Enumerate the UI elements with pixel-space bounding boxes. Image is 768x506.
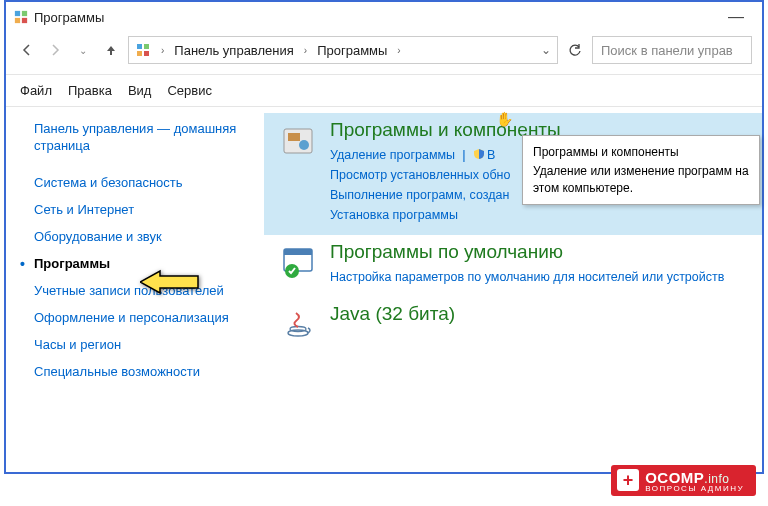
breadcrumb-section[interactable]: Программы bbox=[317, 43, 387, 58]
app-icon bbox=[14, 10, 28, 24]
default-programs-icon bbox=[280, 245, 316, 281]
tooltip-body: Удаление или изменение программ на этом … bbox=[533, 163, 749, 197]
menu-view[interactable]: Вид bbox=[128, 83, 152, 98]
window-title: Программы bbox=[34, 10, 718, 25]
sidebar-item[interactable]: Часы и регион bbox=[34, 331, 254, 358]
search-input[interactable]: Поиск в панели управ bbox=[592, 36, 752, 64]
search-placeholder: Поиск в панели управ bbox=[601, 43, 733, 58]
link-uninstall-program[interactable]: Удаление программы bbox=[330, 148, 455, 162]
svg-rect-12 bbox=[284, 249, 312, 255]
menu-edit[interactable]: Правка bbox=[68, 83, 112, 98]
back-button[interactable] bbox=[16, 39, 38, 61]
svg-rect-5 bbox=[144, 44, 149, 49]
main-content: Программы и компоненты Удаление программ… bbox=[264, 107, 762, 479]
control-panel-window: Программы — ⌄ › Панель управления › Прог… bbox=[4, 0, 764, 474]
chevron-right-icon[interactable]: › bbox=[161, 45, 164, 56]
cursor-icon: ✋ bbox=[496, 111, 513, 127]
svg-rect-3 bbox=[22, 18, 27, 23]
shield-icon bbox=[473, 148, 485, 163]
svg-rect-9 bbox=[288, 133, 300, 141]
sidebar-item[interactable]: Оформление и персонализация bbox=[34, 304, 254, 331]
address-dropdown[interactable]: ⌄ bbox=[541, 43, 551, 57]
forward-button[interactable] bbox=[44, 39, 66, 61]
titlebar: Программы — bbox=[6, 2, 762, 32]
sidebar-item[interactable]: Специальные возможности bbox=[34, 358, 254, 385]
sidebar-item[interactable]: Оборудование и звук bbox=[34, 223, 254, 250]
sidebar-home-link[interactable]: Панель управления — домашняя страница bbox=[34, 121, 254, 155]
default-programs-heading[interactable]: Программы по умолчанию bbox=[330, 241, 744, 263]
svg-rect-2 bbox=[15, 18, 20, 23]
watermark: + OCOMP.info ВОПРОСЫ АДМИНУ bbox=[611, 465, 756, 496]
minimize-button[interactable]: — bbox=[718, 8, 754, 26]
breadcrumb-root[interactable]: Панель управления bbox=[174, 43, 293, 58]
menubar: Файл Правка Вид Сервис bbox=[6, 75, 762, 107]
address-bar: ⌄ › Панель управления › Программы › ⌄ По… bbox=[6, 32, 762, 75]
link-windows-features[interactable]: В bbox=[487, 148, 495, 162]
plus-icon: + bbox=[617, 469, 639, 491]
link-default-programs-settings[interactable]: Настройка параметров по умолчанию для но… bbox=[330, 267, 744, 287]
java-heading[interactable]: Java (32 бита) bbox=[330, 303, 744, 325]
svg-point-10 bbox=[299, 140, 309, 150]
breadcrumb-box[interactable]: › Панель управления › Программы › ⌄ bbox=[128, 36, 558, 64]
sidebar: Панель управления — домашняя страница Си… bbox=[6, 107, 264, 479]
svg-rect-6 bbox=[137, 51, 142, 56]
java-icon bbox=[280, 307, 316, 343]
annotation-arrow bbox=[140, 269, 200, 298]
link-install-program[interactable]: Установка программы bbox=[330, 205, 744, 225]
chevron-right-icon[interactable]: › bbox=[397, 45, 400, 56]
watermark-sub: ВОПРОСЫ АДМИНУ bbox=[645, 485, 744, 493]
category-default-programs: Программы по умолчанию Настройка парамет… bbox=[264, 235, 762, 297]
sidebar-item[interactable]: Сеть и Интернет bbox=[34, 196, 254, 223]
tooltip: Программы и компоненты Удаление или изме… bbox=[522, 135, 760, 205]
programs-features-icon bbox=[280, 123, 316, 159]
refresh-button[interactable] bbox=[564, 39, 586, 61]
chevron-right-icon[interactable]: › bbox=[304, 45, 307, 56]
breadcrumb-icon bbox=[135, 42, 151, 58]
svg-rect-7 bbox=[144, 51, 149, 56]
sidebar-item[interactable]: Система и безопасность bbox=[34, 169, 254, 196]
svg-rect-0 bbox=[15, 11, 20, 16]
svg-rect-4 bbox=[137, 44, 142, 49]
recent-button[interactable]: ⌄ bbox=[72, 39, 94, 61]
menu-file[interactable]: Файл bbox=[20, 83, 52, 98]
tooltip-title: Программы и компоненты bbox=[533, 144, 749, 161]
up-button[interactable] bbox=[100, 39, 122, 61]
category-java: Java (32 бита) bbox=[264, 297, 762, 353]
menu-tools[interactable]: Сервис bbox=[167, 83, 212, 98]
svg-rect-1 bbox=[22, 11, 27, 16]
svg-marker-17 bbox=[140, 271, 198, 293]
